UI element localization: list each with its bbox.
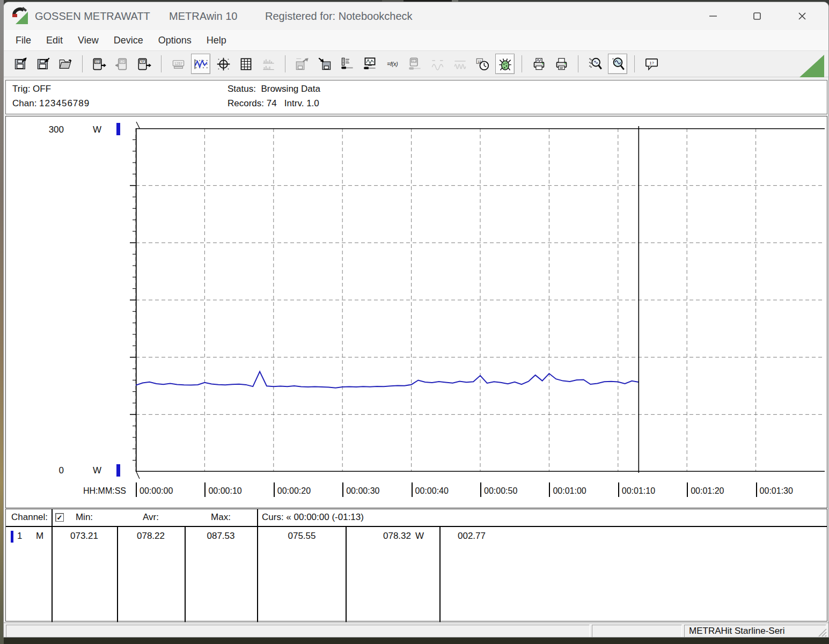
x-tick-mark (687, 482, 688, 497)
analog-wave-button[interactable] (428, 54, 447, 74)
numeric-display-button[interactable]: 1257 (168, 54, 188, 74)
title-bar: GOSSEN METRAWATT METRAwin 10 Registered … (4, 2, 828, 30)
menu-item-device[interactable]: Device (106, 32, 151, 49)
menu-item-file[interactable]: File (8, 32, 39, 49)
resize-grip[interactable] (817, 627, 827, 637)
status-bar: METRAHit Starline-Seri (4, 623, 828, 638)
zoom-out-button[interactable] (585, 54, 605, 74)
channel-mode: M (36, 531, 43, 541)
menu-item-edit[interactable]: Edit (39, 32, 70, 49)
channel-number: 1 (17, 531, 22, 541)
zoom-in-button[interactable] (608, 54, 627, 74)
device-32k-in-icon: 32K (115, 57, 129, 71)
printer-chart-icon (532, 57, 546, 71)
axis-break-mark (136, 472, 140, 479)
minimize-icon (708, 11, 718, 21)
x-tick-mark (480, 482, 481, 497)
x-tick-mark (204, 482, 206, 497)
svg-text:=f(x): =f(x) (387, 61, 398, 67)
statistics-panel: Channel: ✓ Min: Avr: Max: Curs: « 00:00:… (5, 509, 827, 621)
digital-wave-button[interactable] (450, 54, 469, 74)
menu-item-help[interactable]: Help (199, 32, 234, 49)
histogram-icon (261, 57, 276, 71)
read-memory-button[interactable]: M (135, 54, 154, 74)
x-tick-label: 00:00:40 (415, 486, 449, 496)
app-logo-icon (11, 7, 28, 27)
device-setup-button[interactable]: 321 (405, 54, 424, 74)
x-tick-label: 00:01:20 (691, 486, 724, 496)
stat-avr-value: 078.22 (117, 531, 185, 541)
toolbar-separator (578, 55, 578, 72)
save-as-button[interactable] (33, 54, 53, 74)
wave-single-icon (430, 57, 445, 71)
xy-view-button[interactable] (214, 54, 233, 74)
callout-icon: 1? (644, 57, 659, 71)
x-tick-mark (756, 482, 757, 497)
x-tick-mark (618, 482, 619, 497)
stat-max-value: 087.53 (185, 531, 257, 541)
value-tooltip-button[interactable]: 1? (642, 54, 661, 74)
time-setup-button[interactable]: 12 (473, 54, 492, 74)
stat-min-value: 073.21 (52, 531, 117, 541)
read-device-button[interactable]: 321 (90, 54, 109, 74)
line-chart-view-button[interactable] (191, 54, 210, 74)
export-data-button[interactable] (292, 54, 312, 74)
channel-color-marker-top (116, 123, 120, 135)
x-tick-label: 00:00:30 (346, 486, 379, 496)
line-chart-icon (194, 57, 208, 71)
y-axis-min-label: 0 (39, 465, 64, 476)
debug-button[interactable] (495, 54, 515, 74)
svg-text:1?: 1? (649, 61, 654, 65)
stats-header-avr: Avr: (117, 512, 185, 523)
maximize-icon (752, 11, 762, 21)
minimize-button[interactable] (699, 5, 727, 27)
table-view-button[interactable] (236, 54, 255, 74)
stats-header-max: Max: (185, 512, 257, 523)
wave-multi-icon (453, 57, 467, 71)
app-title: METRAwin 10 (169, 10, 237, 23)
app-window: GOSSEN METRAWATT METRAwin 10 Registered … (3, 2, 829, 638)
magnifier-waves-icon (588, 57, 603, 71)
svg-text:1257: 1257 (174, 61, 182, 65)
x-tick-label: 00:01:10 (622, 486, 655, 496)
toolbar-separator (634, 55, 635, 72)
floppy-import-icon (318, 57, 332, 71)
clock-12-icon: 12 (475, 57, 490, 71)
cursor2-unit: W (415, 531, 424, 541)
menu-item-options[interactable]: Options (151, 32, 199, 49)
stats-header-cursor: Curs: « 00:00:00 (-01:13) (262, 512, 364, 523)
registration-text: Registered for: Notebookcheck (265, 10, 413, 23)
print-preview-button[interactable] (529, 54, 548, 74)
floppy-save-icon (13, 57, 28, 71)
close-button[interactable] (788, 5, 816, 27)
formula-button[interactable]: =f(x) (383, 54, 402, 74)
trigger-value: OFF (33, 84, 51, 94)
chart-panel: 300 W 0 W HH:MM:SS 00:00:0000:00:1000:00… (5, 116, 827, 508)
monitor-tool-icon (363, 57, 377, 71)
plot-area[interactable] (136, 128, 825, 472)
x-axis-format-label: HH:MM:SS (60, 486, 126, 496)
stats-header-channel: Channel: (11, 512, 48, 523)
close-icon (797, 11, 808, 21)
channels-label: Chan: (12, 98, 36, 108)
save-button[interactable] (11, 54, 30, 74)
maximize-button[interactable] (743, 5, 771, 27)
status-label: Status: (228, 84, 256, 94)
x-tick-label: 00:00:20 (277, 486, 311, 496)
send-device-button[interactable]: 32K (112, 54, 131, 74)
channel-setup-button[interactable] (338, 54, 357, 74)
brand-name: GOSSEN METRAWATT (35, 10, 150, 23)
menu-item-view[interactable]: View (70, 32, 106, 49)
stats-header-min: Min: (52, 512, 117, 523)
histogram-view-button[interactable] (259, 54, 278, 74)
open-file-button[interactable] (56, 54, 75, 74)
print-button[interactable] (552, 54, 571, 74)
svg-text:321: 321 (94, 60, 99, 63)
display-setup-button[interactable] (360, 54, 379, 74)
menu-bar: File Edit View Device Options Help (4, 30, 828, 50)
channel1-power-trace (136, 371, 639, 388)
printer-icon (554, 57, 569, 71)
y-axis-unit-bottom: W (93, 465, 101, 476)
import-data-button[interactable] (315, 54, 334, 74)
channel-row-color-marker (11, 531, 13, 543)
